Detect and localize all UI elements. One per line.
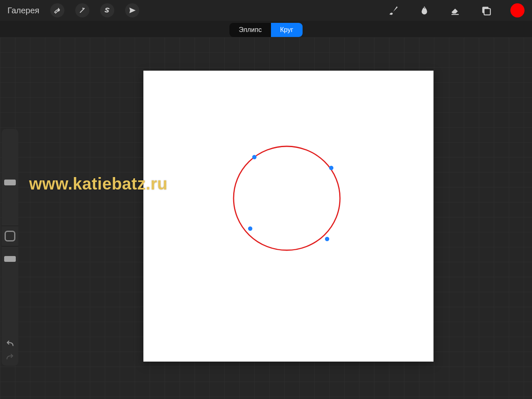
- canvas[interactable]: [143, 71, 433, 362]
- watermark-text: www.katiebatz.ru: [29, 175, 167, 193]
- eraser-icon[interactable]: [449, 4, 461, 17]
- redo-icon[interactable]: [5, 353, 15, 361]
- divider: [2, 246, 18, 246]
- wrench-icon[interactable]: [50, 3, 64, 17]
- brush-size-thumb[interactable]: [4, 180, 16, 185]
- svg-rect-1: [484, 9, 490, 15]
- brush-size-slider[interactable]: [2, 129, 18, 224]
- opacity-thumb[interactable]: [4, 256, 16, 262]
- color-swatch[interactable]: [510, 3, 525, 17]
- magic-wand-icon[interactable]: [75, 3, 89, 17]
- top-toolbar: Галерея: [0, 0, 532, 21]
- brush-icon[interactable]: [387, 4, 400, 17]
- arrow-share-icon[interactable]: [125, 3, 139, 17]
- shape-handle[interactable]: [329, 166, 333, 170]
- shape-handle[interactable]: [252, 155, 256, 159]
- svg-point-3: [234, 146, 340, 250]
- divider: [2, 226, 18, 226]
- smudge-icon[interactable]: [418, 4, 431, 17]
- layers-icon[interactable]: [480, 4, 492, 17]
- gallery-button[interactable]: Галерея: [7, 6, 39, 15]
- opacity-slider[interactable]: [2, 248, 18, 327]
- shape-s-icon[interactable]: [100, 3, 114, 17]
- tab-circle[interactable]: Круг: [271, 23, 303, 37]
- drawn-circle[interactable]: [233, 145, 341, 251]
- shape-mode-switch: Эллипс Круг: [0, 23, 532, 37]
- tab-ellipse[interactable]: Эллипс: [229, 23, 271, 37]
- modifier-button[interactable]: [5, 231, 15, 241]
- side-sliders-panel: [2, 129, 18, 366]
- shape-handle[interactable]: [325, 237, 329, 241]
- shape-handle[interactable]: [248, 227, 252, 231]
- undo-icon[interactable]: [5, 340, 15, 347]
